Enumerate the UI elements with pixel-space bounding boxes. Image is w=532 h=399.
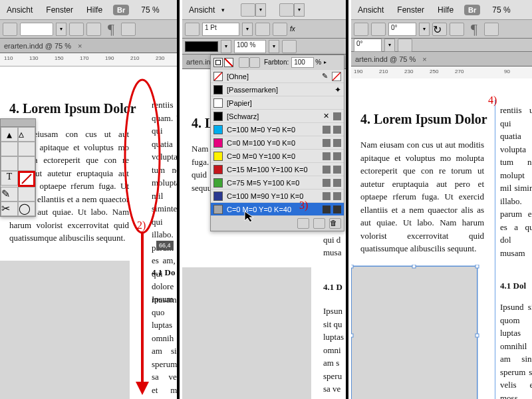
rotate2-icon[interactable] [450, 23, 464, 36]
menu-hilfe[interactable]: Hilfe [80, 5, 109, 15]
image-frame-right[interactable] [351, 266, 477, 399]
menu-ansicht-r[interactable]: Ansicht [351, 5, 390, 15]
angle-field[interactable]: 0° [388, 23, 416, 36]
swatch-green[interactable]: C=75 M=5 Y=100 K=0 [211, 176, 344, 190]
arrange-dd[interactable]: ▾ [294, 3, 305, 17]
bridge-button[interactable]: Br [113, 5, 129, 15]
icon-a[interactable] [69, 23, 84, 36]
stroke-icon[interactable] [185, 23, 200, 36]
mark-4: 4) [488, 94, 497, 106]
menu-hilfe-r[interactable]: Hilfe [431, 5, 460, 15]
fx-a-icon[interactable] [255, 23, 270, 36]
screenmode-dd[interactable]: ▾ [255, 3, 266, 17]
flip-h-icon[interactable] [354, 23, 368, 36]
frame-tool-icon[interactable]: ✎ [1, 187, 18, 201]
screenmode-icon[interactable] [241, 3, 255, 17]
menu-ansicht-mid[interactable]: Ansicht [182, 5, 221, 15]
menu-fenster-r[interactable]: Fenster [390, 5, 431, 15]
control-bar-mid: 1 Pt ▾ fx [182, 20, 346, 39]
image-frame-mid[interactable] [182, 267, 311, 399]
rectangle-tool-icon[interactable] [18, 187, 35, 201]
swatch-black[interactable]: [Schwarz] ✕ [211, 110, 344, 123]
bridge-button-r[interactable]: Br [464, 5, 480, 15]
sub-heading: 4.1 Do [152, 266, 177, 279]
stroke-type[interactable] [185, 41, 218, 52]
pencil-tool-icon[interactable] [1, 156, 18, 171]
fx-b-icon[interactable] [273, 23, 287, 36]
pen-tool-icon[interactable] [1, 142, 18, 156]
stroke-weight-field[interactable]: 1 Pt [202, 23, 239, 36]
shear-field[interactable]: 0° [354, 39, 382, 52]
swatch-none[interactable]: [Ohne] ✎ [211, 70, 344, 83]
type-tool-icon[interactable] [18, 142, 35, 156]
menu-ansicht[interactable]: Ansicht [0, 5, 39, 15]
delete-swatch-icon[interactable]: 🗑 [329, 218, 341, 229]
fill-stroke-icon[interactable] [3, 23, 17, 36]
tab-title[interactable]: erarten.indd @ 75 % [4, 42, 71, 50]
sub-heading-right: 4.1 Dol [500, 279, 532, 293]
arrange-icon[interactable] [279, 3, 294, 17]
swatch-cyan[interactable]: C=100 M=0 Y=0 K=0 [211, 123, 344, 136]
icon-b[interactable] [86, 23, 101, 36]
swatch-magenta[interactable]: C=0 M=100 Y=0 K=0 [211, 136, 344, 150]
swatch-yellow[interactable]: C=0 M=0 Y=100 K=0 [211, 150, 344, 163]
guide-line[interactable] [495, 100, 495, 399]
tint-slider-icon[interactable]: ▸ [324, 59, 327, 65]
weight-dd[interactable]: ▾ [56, 23, 66, 36]
scissors-tool-icon[interactable]: ✂ [1, 201, 18, 216]
tab-title-right[interactable]: arten.indd @ 75 % [355, 55, 416, 63]
swatches-panel[interactable]: Farbton: % ▸ [Ohne] ✎ [Passermarken] ✦ [… [210, 55, 344, 231]
direct-selection-tool-icon[interactable]: ▵ [18, 127, 35, 142]
zoom-level[interactable]: 75 % [141, 5, 159, 15]
swatch-gray40[interactable]: C=0 M=0 Y=0 K=40 [211, 203, 344, 216]
page-heading: 4. Lorem Ipsum Dolor [9, 98, 168, 118]
swatch-registration[interactable]: [Passermarken] ✦ [211, 83, 344, 96]
rotate-icon[interactable]: ↻ [432, 23, 447, 36]
menu-fenster[interactable]: Fenster [39, 5, 80, 15]
ruler-right: 190210 230250 27090 [351, 66, 532, 80]
new-swatch-icon[interactable] [297, 218, 309, 229]
text-tool-icon[interactable]: T [1, 171, 18, 186]
stroke-proxy-icon[interactable] [224, 58, 233, 67]
tools-grip[interactable] [1, 119, 35, 127]
zoom-level-r[interactable]: 75 % [492, 5, 510, 15]
sub-heading-mid: 4.1 D [323, 281, 346, 294]
opacity-field[interactable]: 100 % [234, 40, 266, 53]
tint-field[interactable] [291, 57, 314, 68]
swatch-paper[interactable]: [Papier] [211, 96, 344, 110]
selection-tool-icon[interactable]: ▴ [1, 127, 18, 142]
control-bar-right-2: 0° ▾ [351, 39, 532, 52]
new-swatch2-icon[interactable] [313, 218, 325, 229]
stroke-swatch[interactable] [18, 171, 35, 187]
stroke-weight-dd[interactable]: ▾ [242, 23, 253, 36]
applied-stroke-icon[interactable] [211, 57, 225, 70]
weight-field[interactable] [20, 23, 53, 36]
formatting-text-icon[interactable] [239, 57, 249, 68]
ellipse-tool-icon[interactable]: ◯ [18, 201, 35, 216]
swatch-blue[interactable]: C=100 M=90 Y=10 K=0 [211, 190, 344, 203]
flip-v-icon[interactable] [371, 23, 386, 36]
line-tool-icon[interactable] [18, 156, 35, 171]
shear-dd[interactable]: ▾ [384, 39, 395, 52]
document-tab-left: erarten.indd @ 75 % × [0, 39, 177, 53]
opacity-dd[interactable]: ▾ [269, 40, 279, 53]
col2-p2-right: Ipsund sit quom luptas omnihil am sinu s… [500, 301, 532, 399]
misc-icon[interactable] [282, 40, 297, 53]
page-heading-right: 4. Lorem Ipsum Dolor [360, 109, 523, 129]
image-frame[interactable] [0, 261, 130, 399]
col2-p2: Ipsum sit quo luptas omnih am sinc speru… [152, 293, 177, 399]
tab-close-icon-r[interactable]: × [422, 55, 426, 63]
misc-r-icon[interactable] [484, 23, 499, 36]
shear-icon[interactable] [398, 39, 412, 52]
icon-c[interactable] [121, 23, 136, 36]
document-left: 4. Lorem Ipsum Dolor Nam eiusam con cus … [0, 66, 177, 399]
tools-panel[interactable]: ▴▵ T ✎ ✂◯ [0, 118, 36, 217]
col2-right: rentiis ut qui i quatia i volupta tum no… [500, 104, 532, 259]
menubar-right: Ansicht Fenster Hilfe Br 75 % [351, 0, 532, 20]
stroke-type-dd[interactable]: ▾ [221, 40, 231, 53]
formatting-container-icon[interactable] [249, 57, 260, 68]
tab-close-icon[interactable]: × [78, 42, 82, 50]
swatch-red[interactable]: C=15 M=100 Y=100 K=0 [211, 163, 344, 176]
angle-dd[interactable]: ▾ [419, 23, 430, 36]
control-bar-right: 0° ▾ ↻ ¶ [351, 20, 532, 39]
